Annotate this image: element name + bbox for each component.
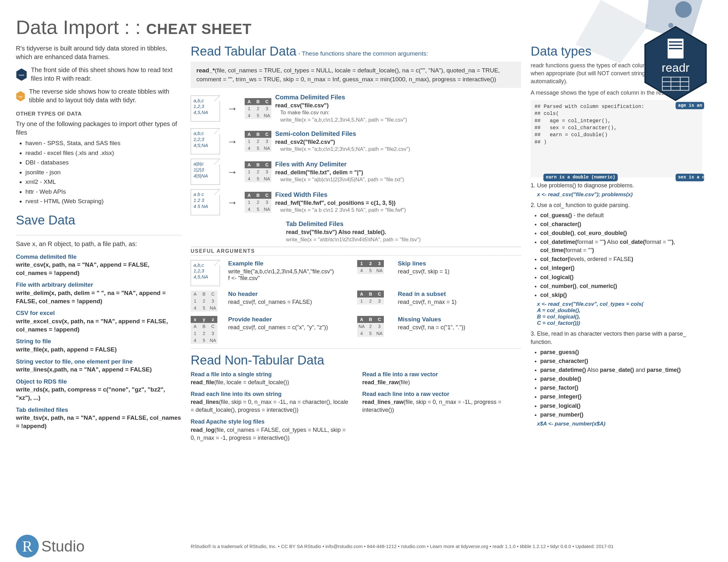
readr-small-hex-icon: readr [16, 66, 27, 84]
read-nontabular-header: Read Non-Tabular Data [191, 353, 324, 367]
step3-code: x$A <- parse_number(x$A) [531, 421, 702, 427]
save-csv: Comma delimited filewrite_csv(x, path, n… [16, 253, 181, 277]
nt-read-lines-raw: Read each line into a raw vectorread_lin… [362, 390, 521, 414]
missing-table-icon: ABCNA2345NA [357, 316, 384, 337]
svg-rect-8 [669, 48, 682, 49]
intro-text: R's tidyverse is built around tidy data … [16, 44, 181, 61]
ua-example-file: Example file write_file("a,b,c\n1,2,3\n4… [228, 260, 351, 281]
ua-skip-lines: Skip lines read_csv(f, skip = 1) [398, 260, 521, 275]
ua-missing: Missing Values read_csv(f, na = c("1", "… [398, 316, 521, 331]
read-tabular-heading: Read Tabular Data - These functions shar… [191, 44, 521, 62]
ua-provide-header: Provide header read_csv(f, col_names = c… [228, 316, 351, 331]
file-preview: a|b|c1|2|34|5|NA [191, 159, 220, 185]
file-preview: a b c1 2 34 5 NA [191, 189, 220, 215]
step1: 1. Use problems() to diagnose problems. [531, 181, 702, 190]
other-types-header: OTHER TYPES OF DATA [16, 111, 181, 117]
col-spec-code: ## Parsed with column specification: ## … [531, 100, 702, 178]
read-row-2: a|b|c1|2|34|5|NA → ABC12345NA Files with… [191, 159, 521, 185]
save-file: String to filewrite_file(x, path, append… [16, 337, 181, 353]
file-preview: a,b,c1,2,34,5,NA [191, 96, 220, 122]
reverse-side-text: The reverse side shows how to create tib… [29, 87, 181, 105]
nt-read-log: Read Apache style log filesread_log(file… [191, 418, 350, 442]
read-row-0: a,b,c1,2,34,5,NA → ABC12345NA Comma Deli… [191, 93, 521, 124]
svg-text:tidyr: tidyr [19, 96, 23, 98]
result-table: ABC12345NA [245, 161, 271, 182]
svg-text:readr: readr [662, 61, 690, 74]
arrow-icon: → [224, 135, 241, 148]
save-tsv: Tab delimited fileswrite_tsv(x, path, na… [16, 406, 181, 430]
data-types-header: Data types [531, 44, 591, 58]
page-title: Data Import : : CHEAT SHEET [16, 16, 712, 38]
other-types-intro: Try one of the following packages to imp… [16, 120, 181, 137]
save-rds: Object to RDS filewrite_rds(x, path, com… [16, 377, 181, 402]
ua-no-header: No header read_csv(f, col_names = FALSE) [228, 290, 351, 305]
example-file-icon: a,b,c1,2,34,5,NA [191, 260, 220, 286]
title-suffix: CHEAT SHEET [146, 21, 252, 37]
svg-rect-6 [669, 41, 682, 43]
save-delim: File with arbitrary delimiterwrite_delim… [16, 281, 181, 305]
other-types-list: haven - SPSS, Stata, and SAS files readx… [16, 139, 181, 206]
noheader-table-icon: ABC12345NA [191, 290, 217, 311]
ua-subset: Read in a subset read_csv(f, n_max = 1) [398, 290, 521, 305]
subset-table-icon: ABC123 [357, 290, 384, 304]
parse-fn-list: parse_guess() parse_character() parse_da… [531, 348, 702, 419]
read-signature-box: read_*read_*(file, col_names = TRUE, col… [191, 62, 521, 88]
step1-code: x <- read_csv("file.csv"); problems(x) [531, 192, 702, 198]
title-prefix: Data Import : : [16, 16, 146, 38]
arrow-icon: → [224, 166, 241, 178]
read-tsv-block: Tab Delimited Files read_tsv("file.tsv")… [286, 220, 521, 243]
rstudio-logo-icon: R [16, 535, 39, 558]
svg-rect-7 [669, 45, 682, 46]
save-data-header: Save Data [16, 213, 75, 227]
step2: 2. Use a col_ function to guide parsing. [531, 201, 702, 209]
nt-read-file-raw: Read a file into a raw vectorread_file_r… [362, 370, 521, 386]
tidyr-small-hex-icon: tidyr [16, 87, 25, 105]
footer: R Studio RStudio® is a trademark of RStu… [16, 535, 712, 558]
read-row-1: a;b;c1;2;34;5;NA → ABC12345NA Semi-colon… [191, 128, 521, 154]
footer-text: RStudio® is a trademark of RStudio, Inc.… [92, 544, 712, 549]
arrow-icon: → [224, 102, 241, 115]
arrow-icon: → [224, 196, 241, 209]
nt-read-file: Read a file into a single stringread_fil… [191, 370, 350, 386]
step2-code: x <- read_csv("file.csv", col_types = co… [531, 301, 702, 326]
callout-sex: sex is a character [676, 174, 704, 181]
save-data-intro: Save x, an R object, to path, a file pat… [16, 240, 181, 248]
col-fn-list: col_guess() - the default col_character(… [531, 211, 702, 299]
rstudio-wordmark: Studio [41, 538, 85, 555]
save-excel-csv: CSV for excelwrite_excel_csv(x, path, na… [16, 309, 181, 333]
result-table: ABC12345NA [245, 192, 271, 213]
svg-text:readr: readr [19, 74, 25, 77]
front-side-text: The front side of this sheet shows how t… [31, 66, 181, 83]
file-preview: a;b;c1;2;34;5;NA [191, 128, 220, 154]
result-table: ABC12345NA [245, 98, 271, 119]
useful-args-header: USEFUL ARGUMENTS [191, 247, 521, 256]
callout-earn: earn is a double (numeric) [543, 174, 618, 181]
skip-table-icon: 12345NA [357, 260, 384, 274]
readr-hex-logo: readr [642, 25, 709, 103]
step3: 3. Else, read in as character vectors th… [531, 329, 702, 346]
save-lines: String vector to file, one element per l… [16, 357, 181, 374]
nt-read-lines: Read each line into its own stringread_l… [191, 390, 350, 414]
result-table: ABC12345NA [245, 131, 271, 152]
read-row-3: a b c1 2 34 5 NA → ABC12345NA Fixed Widt… [191, 189, 521, 215]
provide-header-table-icon: xyzABC12345NA [191, 316, 217, 344]
